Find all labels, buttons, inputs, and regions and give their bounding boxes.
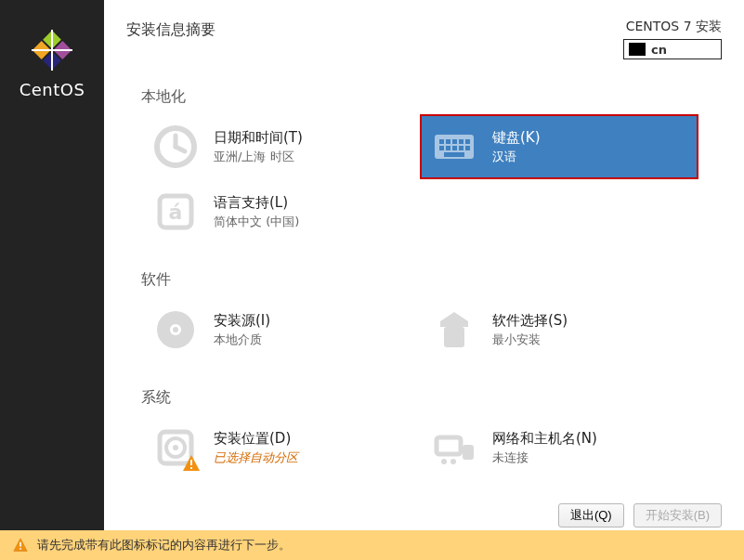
network-icon (431, 424, 477, 471)
disc-icon (152, 306, 199, 353)
svg-point-25 (173, 327, 178, 332)
tile-source[interactable]: 安装源(I) 本地介质 (141, 297, 420, 362)
tile-datetime-title: 日期和时间(T) (214, 129, 303, 147)
svg-rect-37 (20, 548, 21, 550)
svg-rect-12 (452, 139, 457, 144)
tile-keyboard[interactable]: 键盘(K) 汉语 (420, 114, 698, 179)
keyboard-indicator[interactable]: cn (623, 39, 722, 59)
brand-name: CentOS (20, 80, 85, 99)
keyboard-icon (431, 124, 477, 170)
svg-text:á: á (169, 201, 183, 224)
tile-source-sub: 本地介质 (214, 332, 270, 348)
tile-selection-sub: 最小安装 (492, 332, 568, 348)
svg-rect-16 (446, 146, 450, 150)
tile-network[interactable]: 网络和主机名(N) 未连接 (420, 415, 698, 480)
section-software-title: 软件 (141, 270, 714, 290)
svg-rect-31 (190, 467, 192, 469)
tile-selection[interactable]: 软件选择(S) 最小安装 (420, 297, 698, 362)
main-area: 安装信息摘要 CENTOS 7 安装 cn 本地化 日期和时间(T) 亚洲/上海… (104, 0, 744, 560)
tile-datetime-sub: 亚洲/上海 时区 (214, 149, 303, 165)
svg-rect-30 (190, 460, 192, 465)
tile-destination[interactable]: 安装位置(D) 已选择自动分区 (141, 415, 420, 480)
language-icon: á (152, 189, 199, 235)
harddisk-icon (152, 424, 199, 471)
section-system-title: 系统 (141, 388, 714, 408)
section-localization-title: 本地化 (141, 87, 714, 107)
svg-rect-19 (465, 146, 470, 150)
svg-rect-14 (465, 139, 470, 144)
tile-keyboard-sub: 汉语 (492, 149, 541, 165)
summary-scroll[interactable]: 本地化 日期和时间(T) 亚洲/上海 时区 (104, 61, 722, 501)
top-bar: 安装信息摘要 CENTOS 7 安装 cn (104, 0, 744, 61)
warning-bar: 请先完成带有此图标标记的内容再进行下一步。 (0, 530, 744, 560)
svg-rect-36 (20, 542, 21, 547)
tile-network-sub: 未连接 (492, 449, 597, 466)
svg-rect-15 (439, 146, 444, 150)
package-icon (431, 306, 477, 353)
svg-point-29 (173, 445, 178, 450)
warning-badge-icon (182, 454, 201, 473)
svg-rect-18 (459, 146, 463, 150)
svg-rect-17 (452, 146, 457, 150)
warning-text: 请先完成带有此图标标记的内容再进行下一步。 (37, 538, 291, 553)
tile-selection-title: 软件选择(S) (492, 312, 568, 330)
tile-language-sub: 简体中文 (中国) (214, 214, 299, 230)
centos-logo-icon (30, 28, 74, 72)
tile-source-title: 安装源(I) (214, 312, 270, 330)
svg-rect-32 (437, 437, 461, 454)
tile-keyboard-title: 键盘(K) (492, 129, 541, 147)
svg-rect-26 (444, 327, 464, 347)
distro-label: CENTOS 7 安装 (626, 19, 722, 35)
tile-network-title: 网络和主机名(N) (492, 430, 597, 448)
clock-icon (152, 124, 199, 170)
keyboard-small-icon (629, 43, 646, 56)
tile-destination-sub: 已选择自动分区 (214, 449, 298, 466)
svg-rect-20 (444, 152, 464, 157)
tile-destination-title: 安装位置(D) (214, 430, 298, 448)
begin-install-button[interactable]: 开始安装(B) (633, 503, 722, 527)
svg-point-35 (450, 459, 456, 464)
svg-point-34 (441, 459, 447, 464)
keyboard-layout-text: cn (651, 43, 667, 57)
tile-language[interactable]: á 语言支持(L) 简体中文 (中国) (141, 179, 420, 244)
footer: 退出(Q) 开始安装(B) (104, 501, 744, 530)
quit-button[interactable]: 退出(Q) (558, 503, 624, 527)
svg-rect-10 (439, 139, 444, 144)
svg-rect-11 (446, 139, 450, 144)
sidebar: CentOS (0, 0, 104, 560)
tile-datetime[interactable]: 日期和时间(T) 亚洲/上海 时区 (141, 114, 420, 179)
svg-rect-33 (463, 445, 474, 460)
svg-rect-13 (459, 139, 463, 144)
warning-icon (13, 538, 28, 553)
svg-line-8 (176, 147, 185, 151)
tile-language-title: 语言支持(L) (214, 194, 299, 212)
